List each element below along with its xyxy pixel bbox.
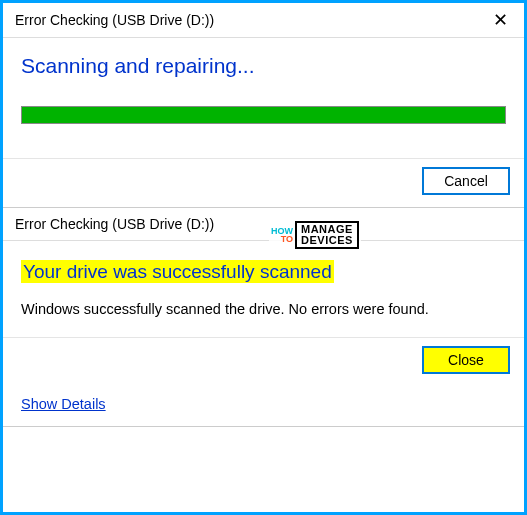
- dialog-body: Scanning and repairing...: [3, 38, 524, 158]
- watermark-logo: HOW TO MANAGE DEVICES: [269, 219, 361, 251]
- status-heading: Scanning and repairing...: [21, 54, 506, 78]
- dialog-body: Your drive was successfully scanned Wind…: [3, 241, 524, 337]
- error-checking-result-dialog: Error Checking (USB Drive (D:)) Your dri…: [3, 208, 524, 427]
- result-text: Windows successfully scanned the drive. …: [21, 299, 506, 319]
- close-icon[interactable]: ✕: [487, 9, 514, 31]
- progress-bar: [21, 106, 506, 124]
- titlebar: Error Checking (USB Drive (D:)) ✕: [3, 3, 524, 38]
- watermark-box: MANAGE DEVICES: [295, 221, 359, 249]
- button-row: Close: [3, 337, 524, 386]
- error-checking-progress-dialog: Error Checking (USB Drive (D:)) ✕ Scanni…: [3, 3, 524, 208]
- show-details-link[interactable]: Show Details: [3, 386, 124, 426]
- titlebar: Error Checking (USB Drive (D:)): [3, 208, 524, 241]
- result-heading: Your drive was successfully scanned: [21, 260, 334, 283]
- button-row: Cancel: [3, 158, 524, 207]
- dialog-title: Error Checking (USB Drive (D:)): [15, 12, 214, 28]
- close-button[interactable]: Close: [422, 346, 510, 374]
- dialog-title: Error Checking (USB Drive (D:)): [15, 216, 214, 232]
- watermark-howto: HOW TO: [271, 227, 293, 243]
- cancel-button[interactable]: Cancel: [422, 167, 510, 195]
